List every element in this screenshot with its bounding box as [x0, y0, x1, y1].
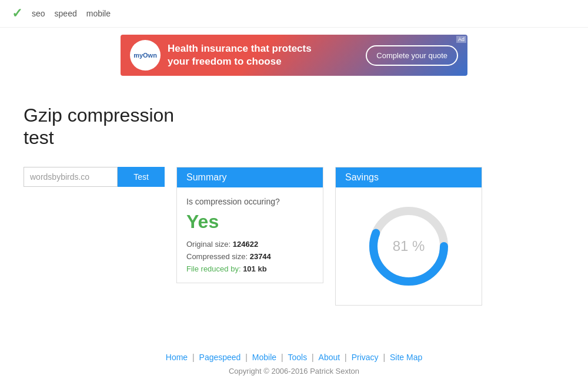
url-input[interactable]	[24, 167, 118, 187]
compressed-size-row: Compressed size: 23744	[186, 252, 313, 261]
ad-container: myOwn Health insurance that protects you…	[0, 28, 588, 81]
summary-header: Summary	[177, 167, 323, 187]
copyright: Copyright © 2006-2016 Patrick Sexton	[12, 367, 576, 375]
compression-answer: Yes	[186, 211, 313, 233]
nav-links: seo speed mobile	[32, 9, 111, 18]
savings-header: Savings	[336, 167, 482, 187]
footer-link-pagespeed[interactable]: Pagespeed	[199, 353, 241, 362]
nav-seo[interactable]: seo	[32, 9, 45, 18]
page-title: Gzip compression test	[24, 104, 564, 149]
footer-links: Home | Pagespeed | Mobile | Tools | Abou…	[12, 353, 576, 362]
content-area: Test Summary Is compression occuring? Ye…	[24, 167, 564, 306]
footer-link-sitemap[interactable]: Site Map	[390, 353, 422, 362]
compressed-size-value: 23744	[250, 252, 271, 261]
savings-label: File reduced by:	[186, 264, 241, 273]
test-button[interactable]: Test	[118, 167, 165, 187]
ad-badge: Ad	[456, 36, 466, 43]
ad-banner[interactable]: myOwn Health insurance that protects you…	[121, 35, 467, 76]
original-size-value: 124622	[233, 240, 258, 249]
savings-card: Savings 81 %	[335, 167, 482, 306]
header: ✓ seo speed mobile	[0, 0, 588, 28]
footer-link-tools[interactable]: Tools	[288, 353, 308, 362]
donut-chart: 81 %	[362, 199, 456, 293]
savings-chart-area: 81 %	[336, 187, 482, 305]
footer-link-privacy[interactable]: Privacy	[352, 353, 379, 362]
ad-cta-button[interactable]: Complete your quote	[366, 45, 458, 66]
nav-speed[interactable]: speed	[55, 9, 77, 18]
original-size-row: Original size: 124622	[186, 240, 313, 249]
logo: ✓ seo speed mobile	[12, 6, 111, 21]
ad-logo: myOwn	[130, 40, 161, 71]
footer: Home | Pagespeed | Mobile | Tools | Abou…	[0, 317, 588, 387]
file-savings-row: File reduced by: 101 kb	[186, 264, 313, 273]
summary-card: Summary Is compression occuring? Yes Ori…	[176, 167, 323, 283]
donut-percent-label: 81 %	[393, 238, 425, 254]
compression-question: Is compression occuring?	[186, 197, 313, 206]
footer-link-home[interactable]: Home	[166, 353, 188, 362]
ad-text: Health insurance that protects your free…	[168, 42, 359, 68]
input-row: Test	[24, 167, 165, 187]
input-section: Test	[24, 167, 165, 187]
footer-link-mobile[interactable]: Mobile	[252, 353, 276, 362]
logo-check-icon: ✓	[12, 6, 22, 21]
main-content: Gzip compression test Test Summary Is co…	[0, 81, 588, 317]
footer-link-about[interactable]: About	[319, 353, 340, 362]
summary-body: Is compression occuring? Yes Original si…	[177, 187, 323, 283]
savings-kb: 101 kb	[243, 264, 266, 273]
nav-mobile[interactable]: mobile	[86, 9, 111, 18]
